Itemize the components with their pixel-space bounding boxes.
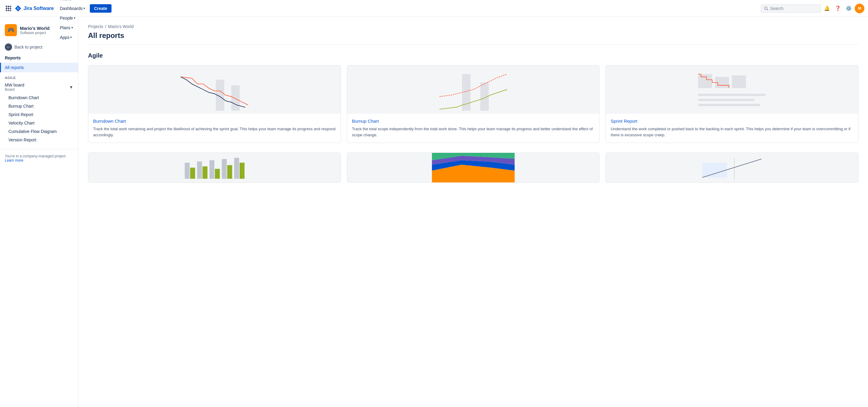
svg-rect-1 bbox=[8, 6, 9, 7]
all-reports-label: All reports bbox=[5, 65, 24, 70]
chevron-icon: ▾ bbox=[70, 36, 72, 39]
footer-text: You're in a company-managed project bbox=[5, 154, 65, 158]
sprint-report-card[interactable]: Sprint Report Understand the work comple… bbox=[606, 65, 858, 143]
sidebar: 🎮 Mario's World Software project ← Back … bbox=[0, 17, 79, 407]
board-name: MW board bbox=[5, 83, 24, 87]
svg-rect-0 bbox=[6, 6, 7, 7]
burnup-desc: Track the total scope independently from… bbox=[352, 126, 595, 138]
back-to-project[interactable]: ← Back to project bbox=[0, 41, 78, 56]
settings-button[interactable]: ⚙️ bbox=[844, 4, 854, 13]
chevron-down-icon: ▼ bbox=[69, 85, 73, 90]
notifications-button[interactable]: 🔔 bbox=[822, 4, 832, 13]
burndown-title[interactable]: Burndown Chart bbox=[93, 119, 336, 124]
search-input[interactable]: Search bbox=[761, 4, 821, 13]
top-nav: Jira Software Your work ▾Projects ▾Filte… bbox=[0, 0, 868, 17]
cumulative-flow-card[interactable] bbox=[347, 153, 600, 183]
logo-text: Jira Software bbox=[24, 6, 54, 11]
svg-rect-22 bbox=[190, 168, 195, 179]
breadcrumb: Projects / Mario's World bbox=[88, 24, 858, 29]
nav-items: Your work ▾Projects ▾Filters ▾Dashboards… bbox=[57, 0, 87, 42]
sidebar-footer: You're in a company-managed project Lear… bbox=[0, 149, 78, 167]
grid-icon[interactable] bbox=[4, 4, 13, 13]
sprint-report-image bbox=[606, 65, 858, 114]
project-icon: 🎮 bbox=[5, 24, 17, 36]
search-icon bbox=[764, 6, 768, 10]
divider bbox=[88, 44, 858, 45]
reports-heading: Reports bbox=[0, 56, 78, 63]
velocity-chart-card[interactable] bbox=[88, 153, 341, 183]
svg-rect-7 bbox=[8, 10, 9, 11]
chevron-icon: ▾ bbox=[72, 0, 74, 0]
nav-item-apps[interactable]: Apps ▾ bbox=[57, 33, 87, 42]
svg-rect-3 bbox=[6, 8, 7, 9]
bottom-reports-grid bbox=[88, 153, 858, 183]
sidebar-item-all-reports[interactable]: All reports bbox=[0, 63, 78, 72]
version-report-card[interactable] bbox=[606, 153, 858, 183]
create-button[interactable]: Create bbox=[90, 4, 112, 13]
nav-item-plans[interactable]: Plans ▾ bbox=[57, 23, 87, 33]
avatar[interactable]: M bbox=[855, 4, 864, 13]
svg-rect-18 bbox=[698, 94, 766, 96]
svg-rect-35 bbox=[702, 163, 727, 178]
sidebar-item-burnup-chart[interactable]: Burnup Chart bbox=[0, 102, 78, 111]
svg-line-10 bbox=[767, 9, 768, 10]
version-image bbox=[606, 153, 858, 182]
cumulative-image bbox=[347, 153, 599, 182]
svg-rect-25 bbox=[210, 160, 214, 179]
burnup-chart-image bbox=[347, 65, 599, 114]
board-sub: Board bbox=[5, 87, 24, 92]
sidebar-item-burndown-chart[interactable]: Burndown Chart bbox=[0, 93, 78, 102]
chevron-icon: ▾ bbox=[74, 16, 75, 20]
sidebar-item-cumulative-flow-diagram[interactable]: Cumulative Flow Diagram bbox=[0, 127, 78, 136]
burndown-card-body: Burndown Chart Track the total work rema… bbox=[88, 114, 341, 143]
chevron-icon: ▾ bbox=[71, 26, 73, 29]
search-placeholder: Search bbox=[770, 6, 783, 11]
svg-rect-29 bbox=[234, 158, 239, 179]
burndown-desc: Track the total work remaining and proje… bbox=[93, 126, 336, 138]
sprint-desc: Understand the work completed or pushed … bbox=[611, 126, 853, 138]
sprint-card-body: Sprint Report Understand the work comple… bbox=[606, 114, 858, 143]
svg-rect-6 bbox=[6, 10, 7, 11]
svg-rect-27 bbox=[222, 159, 227, 179]
svg-rect-26 bbox=[215, 169, 220, 179]
page-title: All reports bbox=[88, 31, 858, 40]
burnup-card-body: Burnup Chart Track the total scope indep… bbox=[347, 114, 599, 143]
nav-item-dashboards[interactable]: Dashboards ▾ bbox=[57, 4, 87, 13]
svg-rect-2 bbox=[10, 6, 11, 7]
help-button[interactable]: ❓ bbox=[833, 4, 843, 13]
project-sub: Software project bbox=[20, 31, 50, 35]
svg-rect-13 bbox=[462, 74, 470, 111]
main-content: Projects / Mario's World All reports Agi… bbox=[79, 17, 868, 407]
svg-rect-4 bbox=[8, 8, 9, 9]
nav-logo[interactable]: Jira Software bbox=[14, 5, 54, 12]
sidebar-item-sprint-report[interactable]: Sprint Report bbox=[0, 111, 78, 119]
burndown-chart-card[interactable]: Burndown Chart Track the total work rema… bbox=[88, 65, 341, 143]
chevron-icon: ▾ bbox=[84, 7, 85, 10]
agile-section-label: AGILE bbox=[0, 72, 78, 81]
svg-rect-23 bbox=[197, 162, 202, 179]
svg-rect-28 bbox=[227, 165, 232, 179]
sidebar-board-item[interactable]: MW board Board ▼ bbox=[0, 81, 78, 93]
svg-rect-21 bbox=[185, 163, 190, 179]
sidebar-item-velocity-chart[interactable]: Velocity Chart bbox=[0, 119, 78, 127]
breadcrumb-project-name[interactable]: Mario's World bbox=[108, 24, 133, 29]
sidebar-nav-items: Burndown ChartBurnup ChartSprint ReportV… bbox=[0, 93, 78, 144]
burndown-chart-image bbox=[88, 65, 341, 114]
reports-grid: Burndown Chart Track the total work rema… bbox=[88, 65, 858, 143]
svg-rect-30 bbox=[240, 163, 244, 179]
app-layout: 🎮 Mario's World Software project ← Back … bbox=[0, 17, 868, 407]
svg-rect-15 bbox=[698, 74, 712, 88]
agile-heading: Agile bbox=[88, 52, 858, 59]
back-label: Back to project bbox=[14, 44, 42, 50]
sidebar-item-version-report[interactable]: Version Report bbox=[0, 136, 78, 144]
svg-rect-17 bbox=[732, 75, 746, 88]
burnup-title[interactable]: Burnup Chart bbox=[352, 119, 595, 124]
sprint-title[interactable]: Sprint Report bbox=[611, 119, 853, 124]
burnup-chart-card[interactable]: Burnup Chart Track the total scope indep… bbox=[347, 65, 600, 143]
learn-more-link[interactable]: Learn more bbox=[5, 158, 23, 162]
nav-item-filters[interactable]: Filters ▾ bbox=[57, 0, 87, 4]
svg-rect-8 bbox=[10, 10, 11, 11]
nav-item-people[interactable]: People ▾ bbox=[57, 13, 87, 23]
back-arrow-icon: ← bbox=[5, 43, 12, 51]
breadcrumb-projects[interactable]: Projects bbox=[88, 24, 103, 29]
